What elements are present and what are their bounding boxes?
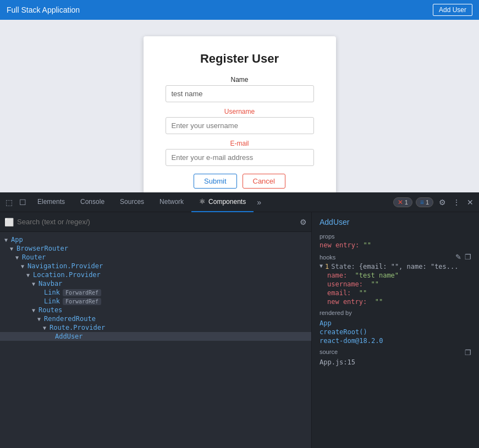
settings-button[interactable]: ⚙ (436, 196, 449, 209)
hook-name-key: name: (327, 272, 347, 279)
source-section-title: source (320, 349, 338, 355)
tree-item-link-1[interactable]: Link ForwardRef (0, 288, 311, 297)
cancel-button[interactable]: Cancel (243, 174, 285, 189)
tree-label: RenderedRoute (44, 315, 96, 323)
tree-label: BrowserRouter (16, 245, 68, 252)
tree-arrow: ▼ (10, 246, 15, 252)
hook-email-row: email: "" (312, 289, 479, 297)
tree-arrow (37, 290, 43, 296)
tree-arrow: ▼ (37, 316, 43, 322)
tree-arrow (48, 334, 54, 340)
search-input[interactable] (17, 218, 296, 226)
email-group: E-mail (166, 140, 314, 166)
devtools-panel: ⬚ ☐ Elements Console Sources Network ⚛ C… (0, 192, 479, 448)
tab-sources[interactable]: Sources (112, 192, 152, 212)
tree-label: Navigation.Provider (27, 262, 103, 270)
register-card: Register User Name Username E-mail Submi… (144, 36, 336, 204)
app-title: Full Stack Application (7, 5, 80, 14)
tree-arrow: ▼ (32, 307, 37, 313)
tab-network[interactable]: Network (152, 192, 191, 212)
submit-button[interactable]: Submit (194, 174, 236, 189)
badge-row: ✕ 1 ≡ 1 (393, 197, 433, 207)
more-options-button[interactable]: ⋮ (449, 196, 464, 209)
tree-item-renderedroute[interactable]: ▼ RenderedRoute (0, 314, 311, 323)
tree-arrow: ▼ (21, 263, 26, 269)
source-value: App.js:15 (312, 358, 479, 367)
search-settings-button[interactable]: ⚙ (300, 218, 307, 226)
hook-username-val: "" (367, 280, 379, 288)
hook-email-val: "" (355, 289, 367, 297)
tree-item-link-2[interactable]: Link ForwardRef (0, 297, 311, 306)
username-group: Username (166, 108, 314, 134)
tree-item-router[interactable]: ▼ Router (0, 253, 311, 262)
warning-badge: ≡ 1 (416, 197, 433, 207)
tree-arrow: ▼ (15, 255, 21, 261)
tree-label: Route.Provider (49, 324, 105, 331)
hook-username-key: username: (327, 280, 363, 288)
tree-item-app[interactable]: ▼ App (0, 235, 311, 244)
tab-components[interactable]: ⚛ Components (191, 192, 254, 212)
username-input[interactable] (166, 117, 314, 134)
rendered-by-reactdom: react-dom@18.2.0 (312, 336, 479, 345)
atom-icon: ⚛ (199, 197, 206, 206)
tab-elements[interactable]: Elements (30, 192, 73, 212)
props-hooks-panel: AddUser props new entry: "" hooks ✎ ❐ ▼ … (312, 212, 479, 448)
tree-item-route-provider[interactable]: ▼ Route.Provider (0, 323, 311, 332)
tree-item-browserrouter[interactable]: ▼ BrowserRouter (0, 244, 311, 253)
tree-label: Link (44, 297, 60, 305)
collapse-arrow: ▼ (320, 263, 323, 269)
copy-source-button[interactable]: ❐ (465, 349, 471, 357)
component-tree-panel: ⬜ ⚙ ▼ App ▼ BrowserRouter ▼ (0, 212, 312, 448)
cursor-icon-button[interactable]: ⬜ (4, 218, 14, 226)
hook-new-entry-key: new entry: (327, 298, 367, 306)
main-content: Register User Name Username E-mail Submi… (0, 20, 479, 192)
tree-arrow: ▼ (4, 237, 10, 243)
name-input[interactable] (166, 85, 314, 102)
prop-val: "" (363, 241, 371, 249)
username-label: Username (166, 108, 314, 115)
devtools-tabbar: ⬚ ☐ Elements Console Sources Network ⚛ C… (0, 192, 479, 212)
tree-item-routes[interactable]: ▼ Routes (0, 306, 311, 314)
component-name-header: AddUser (312, 212, 479, 230)
more-tabs-button[interactable]: » (254, 196, 265, 209)
tree-item-adduser[interactable]: AddUser (0, 332, 311, 341)
rendered-by-app[interactable]: App (312, 319, 479, 328)
props-section-title: props (312, 230, 479, 241)
prop-key: new entry: (320, 241, 359, 249)
name-group: Name (166, 76, 314, 102)
hook-username-row: username: "" (312, 280, 479, 289)
tree-label: Routes (38, 306, 62, 314)
tree-label: AddUser (55, 333, 83, 340)
warning-icon: ≡ (420, 198, 424, 206)
email-input[interactable] (166, 149, 314, 166)
toggle-responsive-button[interactable]: ☐ (16, 196, 30, 209)
tree-item-location-provider[interactable]: ▼ Location.Provider (0, 270, 311, 279)
hooks-icons: ✎ ❐ (455, 253, 471, 261)
add-user-button[interactable]: Add User (433, 4, 472, 16)
email-label: E-mail (166, 140, 314, 147)
tree-label: Link (44, 289, 60, 296)
rendered-by-title: rendered by (320, 309, 471, 316)
hook-name-row: name: "test name" (312, 271, 479, 280)
hook-value: {email: "", name: "tes... (355, 263, 459, 270)
copy-hook-button[interactable]: ❐ (465, 253, 471, 261)
hook-index: 1 (325, 263, 329, 270)
hook-state-row: ▼ 1 State: {email: "", name: "tes... (312, 262, 479, 271)
tree-arrow: ▼ (32, 281, 37, 287)
tree-item-navbar[interactable]: ▼ Navbar (0, 279, 311, 288)
close-button[interactable]: ✕ (464, 196, 477, 209)
tab-console[interactable]: Console (73, 192, 112, 212)
form-actions: Submit Cancel (166, 174, 314, 189)
hook-email-key: email: (327, 289, 351, 297)
rendered-by-createroot[interactable]: createRoot() (312, 328, 479, 336)
tree-arrow (37, 298, 43, 305)
tree-item-navigation-provider[interactable]: ▼ Navigation.Provider (0, 262, 311, 270)
tree-arrow: ▼ (43, 325, 48, 331)
select-cursor-button[interactable]: ⬚ (2, 196, 16, 209)
rendered-by-section: rendered by (312, 306, 479, 319)
edit-hook-button[interactable]: ✎ (455, 253, 461, 261)
component-tree: ▼ App ▼ BrowserRouter ▼ Router ▼ Navigat (0, 232, 311, 448)
name-label: Name (166, 76, 314, 84)
tree-arrow: ▼ (26, 272, 32, 278)
tree-label: Router (22, 253, 46, 261)
